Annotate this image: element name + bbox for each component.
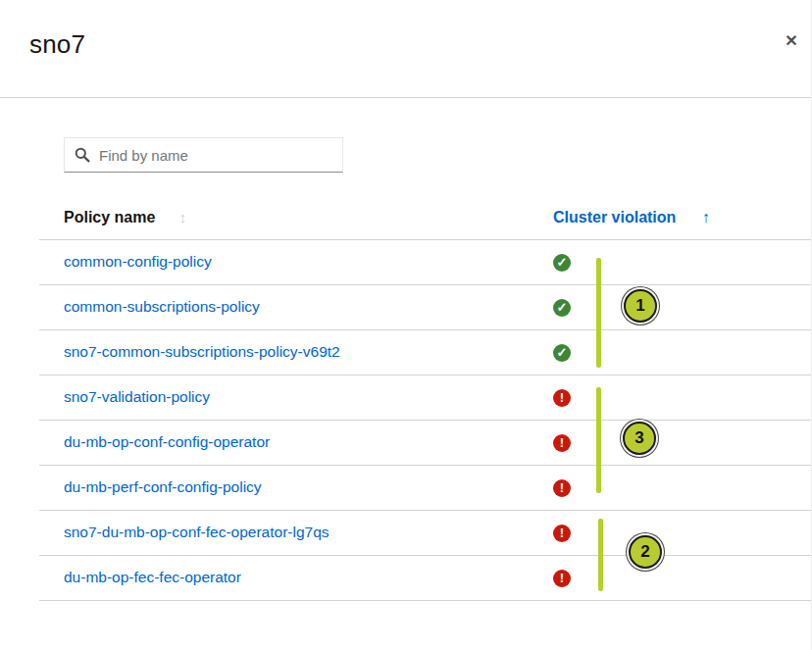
error-icon: !: [553, 525, 571, 542]
column-header-cluster-violation[interactable]: Cluster violation ↑: [553, 196, 811, 239]
error-icon: !: [553, 479, 571, 497]
table-row: common-subscriptions-policy ✓: [39, 284, 811, 329]
column-label: Policy name: [64, 209, 155, 225]
search-input[interactable]: [99, 147, 332, 164]
modal-header: sno7 ✕: [0, 0, 811, 98]
success-icon: ✓: [553, 344, 571, 362]
error-icon: !: [553, 570, 571, 587]
modal-title: sno7: [29, 29, 782, 60]
success-icon: ✓: [553, 254, 571, 272]
search-box[interactable]: [64, 137, 343, 173]
table-row: common-config-policy ✓: [39, 239, 811, 284]
policy-link[interactable]: common-subscriptions-policy: [64, 298, 260, 315]
policy-table: Policy name ↕ Cluster violation ↑ common…: [39, 196, 811, 601]
table-header-row: Policy name ↕ Cluster violation ↑: [39, 196, 811, 239]
search-icon: [75, 147, 90, 163]
modal-body: Policy name ↕ Cluster violation ↑ common…: [39, 137, 811, 601]
close-button[interactable]: ✕: [778, 27, 805, 55]
policy-link[interactable]: du-mb-op-fec-fec-operator: [64, 569, 241, 585]
table-row: du-mb-op-fec-fec-operator !: [39, 555, 811, 600]
table-row: du-mb-op-conf-config-operator !: [39, 420, 811, 465]
policy-modal: sno7 ✕ Policy name ↕ Cluster violati: [0, 0, 812, 650]
policy-link[interactable]: sno7-validation-policy: [64, 388, 210, 405]
policy-link[interactable]: sno7-common-subscriptions-policy-v69t2: [64, 343, 340, 360]
policy-link[interactable]: du-mb-perf-conf-config-policy: [64, 478, 262, 495]
table-row: du-mb-perf-conf-config-policy !: [39, 465, 811, 510]
policy-link[interactable]: du-mb-op-conf-config-operator: [64, 433, 270, 450]
table-row: sno7-validation-policy !: [39, 375, 811, 420]
success-icon: ✓: [553, 299, 571, 317]
policy-link[interactable]: sno7-du-mb-op-conf-fec-operator-lg7qs: [64, 524, 330, 540]
column-header-policy-name[interactable]: Policy name ↕: [39, 196, 553, 239]
error-icon: !: [553, 434, 571, 452]
sort-ascending-icon: ↑: [702, 209, 710, 226]
policy-table-body: common-config-policy ✓ common-subscripti…: [39, 239, 811, 600]
sort-both-icon: ↕: [179, 209, 187, 225]
error-icon: !: [553, 389, 571, 407]
close-icon: ✕: [785, 32, 797, 49]
column-label: Cluster violation: [553, 209, 676, 225]
table-row: sno7-common-subscriptions-policy-v69t2 ✓: [39, 329, 811, 375]
table-row: sno7-du-mb-op-conf-fec-operator-lg7qs !: [39, 510, 811, 555]
policy-link[interactable]: common-config-policy: [64, 253, 212, 270]
